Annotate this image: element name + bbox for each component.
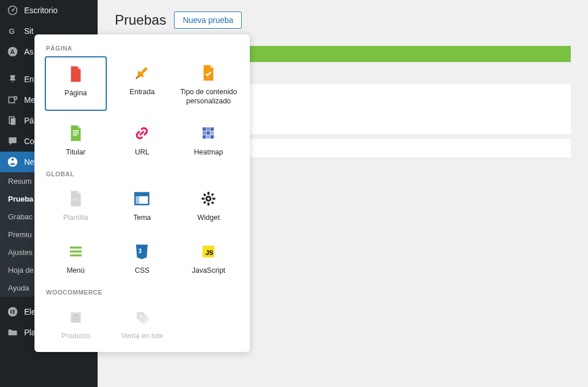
svg-rect-12	[11, 310, 12, 314]
g-icon: G	[7, 25, 18, 37]
svg-rect-8	[11, 118, 16, 125]
tile-venta-lote: Venta en lote	[111, 300, 173, 347]
svg-point-54	[141, 315, 142, 317]
tile-widget[interactable]: Widget	[177, 182, 239, 229]
svg-rect-23	[211, 127, 214, 130]
sidebar-sublabel: Premiu	[8, 230, 32, 239]
svg-point-6	[14, 96, 17, 99]
sidebar-label: Pá	[24, 116, 34, 125]
sidebar-sublabel: Ayuda	[8, 284, 29, 292]
svg-rect-13	[13, 310, 14, 311]
svg-point-1	[11, 9, 13, 11]
sidebar-label: Ne	[24, 157, 34, 167]
svg-rect-19	[73, 133, 79, 134]
heatmap-icon	[199, 123, 218, 143]
tile-label: Tema	[133, 213, 151, 222]
sidebar-sublabel: Grabac	[8, 212, 33, 221]
tile-menu[interactable]: Menú	[45, 235, 107, 282]
page-header: Pruebas Nueva prueba	[115, 11, 571, 29]
svg-rect-39	[203, 193, 206, 196]
svg-rect-37	[202, 198, 204, 199]
sidebar-label: Me	[24, 95, 35, 105]
svg-rect-26	[211, 131, 214, 134]
product-icon	[66, 307, 86, 327]
tile-tema[interactable]: Tema	[111, 182, 173, 229]
svg-rect-17	[73, 130, 79, 131]
section-label-global: GLOBAL	[46, 171, 239, 177]
tile-label: Producto	[61, 331, 90, 340]
tile-producto: Producto	[45, 300, 107, 347]
svg-rect-22	[207, 127, 210, 130]
svg-rect-35	[207, 192, 209, 195]
svg-rect-28	[207, 135, 210, 138]
custom-content-icon	[199, 63, 218, 83]
svg-text:JS: JS	[206, 249, 214, 256]
link-icon	[132, 123, 152, 143]
tile-label: JavaScript	[192, 266, 225, 275]
tile-tipo-contenido[interactable]: Tipo de contenido personalizado	[177, 56, 239, 111]
tile-css[interactable]: 3 CSS	[111, 235, 173, 282]
svg-rect-45	[70, 250, 82, 252]
sidebar-label: Escritorio	[24, 6, 57, 15]
template-icon: </>	[66, 189, 86, 208]
svg-rect-15	[13, 313, 14, 314]
menu-icon	[66, 242, 86, 261]
tile-label: Menú	[67, 266, 84, 275]
tile-label: Página	[64, 88, 87, 98]
svg-rect-25	[207, 131, 210, 134]
svg-rect-32	[136, 192, 149, 196]
comment-icon	[7, 136, 18, 147]
sidebar-item-escritorio[interactable]: Escritorio	[0, 0, 98, 21]
svg-rect-44	[70, 246, 82, 248]
svg-rect-52	[74, 314, 78, 315]
tile-label: Venta en lote	[121, 331, 163, 340]
tile-heatmap[interactable]: Heatmap	[177, 117, 239, 164]
svg-point-10	[11, 158, 14, 161]
tile-label: Titular	[66, 148, 86, 157]
widget-icon	[199, 189, 218, 208]
global-grid: </> Plantilla Tema Widget Menú 3 CSS JS …	[45, 182, 239, 282]
tile-pagina[interactable]: Página	[45, 56, 107, 111]
sidebar-sublabel: Ajustes	[8, 248, 33, 257]
svg-rect-24	[203, 131, 206, 134]
elementor-icon	[7, 306, 18, 318]
svg-rect-41	[211, 193, 214, 196]
tile-label: Plantilla	[63, 213, 88, 222]
pagina-grid: Página Entrada Tipo de contenido persona…	[45, 56, 239, 164]
sidebar-label: En	[24, 75, 34, 84]
svg-rect-40	[211, 201, 214, 204]
woocommerce-grid: Producto Venta en lote	[45, 300, 239, 347]
tile-titular[interactable]: Titular	[45, 117, 107, 164]
svg-rect-21	[203, 127, 206, 130]
tile-url[interactable]: URL	[111, 117, 173, 164]
svg-rect-18	[73, 132, 79, 133]
tile-label: Heatmap	[194, 148, 223, 157]
tile-label: Tipo de contenido personalizado	[180, 87, 237, 106]
theme-icon	[132, 189, 152, 208]
new-test-button[interactable]: Nueva prueba	[174, 11, 242, 29]
tile-entrada[interactable]: Entrada	[111, 56, 173, 111]
svg-text:A: A	[10, 48, 15, 55]
tile-label: URL	[135, 148, 149, 157]
svg-rect-38	[212, 198, 215, 199]
sidebar-label: Co	[24, 137, 34, 146]
svg-rect-29	[211, 135, 214, 138]
svg-text:G: G	[9, 27, 14, 36]
sale-tag-icon	[132, 307, 152, 327]
svg-rect-36	[207, 202, 209, 205]
dashboard-icon	[7, 5, 18, 16]
pushpin-icon	[132, 63, 152, 83]
section-label-pagina: PÁGINA	[46, 45, 239, 52]
pages-icon	[7, 115, 18, 126]
sidebar-label: As	[24, 47, 33, 56]
svg-text:</>: </>	[72, 197, 79, 202]
tile-javascript[interactable]: JS JavaScript	[177, 235, 239, 282]
svg-rect-20	[73, 135, 77, 136]
sidebar-label: Sit	[24, 26, 33, 36]
tile-label: CSS	[135, 266, 150, 275]
svg-rect-46	[70, 254, 82, 256]
folder-icon	[7, 327, 18, 338]
section-label-woocommerce: WOOCOMMERCE	[46, 289, 239, 296]
sidebar-sublabel: Hoja de	[8, 266, 34, 274]
pin-icon	[7, 73, 18, 85]
